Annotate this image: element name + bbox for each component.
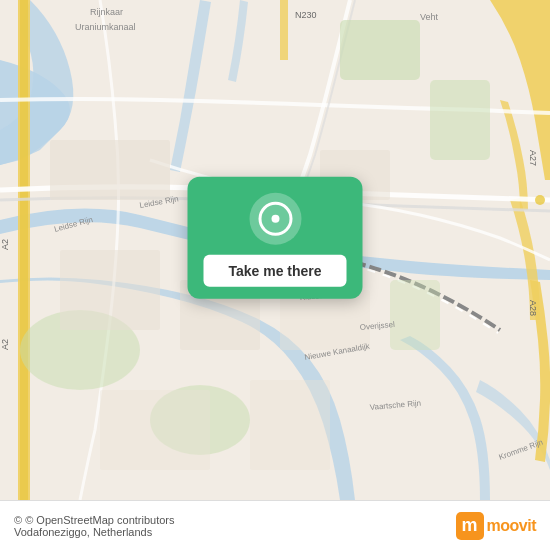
location-pin-background — [249, 193, 301, 245]
footer-right: m moovit — [456, 512, 536, 540]
moovit-logo: m moovit — [456, 512, 536, 540]
take-me-there-button[interactable]: Take me there — [204, 255, 347, 287]
svg-rect-9 — [50, 140, 170, 200]
location-pin-ring — [258, 202, 292, 236]
moovit-logo-text: moovit — [487, 517, 536, 535]
svg-rect-2 — [20, 0, 28, 500]
provider-text: Vodafoneziggo, Netherlands — [14, 526, 152, 538]
footer-bar: © © OpenStreetMap contributors Vodafonez… — [0, 500, 550, 550]
svg-text:Uraniumkanaal: Uraniumkanaal — [75, 22, 136, 32]
svg-rect-8 — [390, 280, 440, 350]
svg-text:A2: A2 — [0, 339, 10, 350]
svg-text:Veht: Veht — [420, 12, 439, 22]
svg-rect-15 — [250, 380, 330, 470]
svg-text:N230: N230 — [295, 10, 317, 20]
location-pin-dot — [271, 215, 279, 223]
svg-text:Rijnkaar: Rijnkaar — [90, 7, 123, 17]
svg-rect-3 — [280, 0, 288, 60]
svg-point-32 — [535, 195, 545, 205]
svg-rect-10 — [60, 250, 160, 330]
map-container: A2 A2 A27 A28 N230 Leidse Rijn Leidse Ri… — [0, 0, 550, 500]
moovit-logo-letter: m — [456, 512, 484, 540]
footer-left: © © OpenStreetMap contributors Vodafonez… — [14, 514, 175, 538]
svg-rect-4 — [340, 20, 420, 80]
svg-text:A2: A2 — [0, 239, 10, 250]
svg-rect-5 — [430, 80, 490, 160]
copyright-icon: © — [14, 514, 22, 526]
svg-text:A27: A27 — [528, 150, 538, 166]
svg-rect-14 — [100, 390, 210, 470]
location-card: Take me there — [188, 177, 363, 299]
svg-text:A28: A28 — [528, 300, 538, 316]
copyright-text: © OpenStreetMap contributors — [25, 514, 174, 526]
